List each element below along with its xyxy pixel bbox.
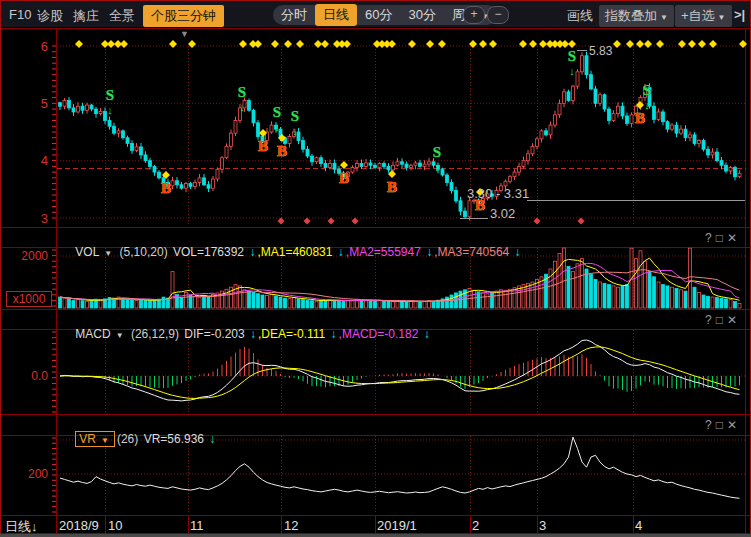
collapse-panel-icon[interactable]: >| [734,7,745,22]
x-label-6: 3 [539,518,546,533]
sell-arrow-icon: ↓ [239,101,245,113]
sell-arrow-icon: ↓ [644,99,650,111]
vol-value: VOL=176392 [173,245,247,259]
down-arrow-icon: ↓ [338,245,344,259]
vr-indicator-selector[interactable]: VR▼ [75,431,115,447]
close-icon[interactable]: ✕ [727,418,741,432]
chevron-down-icon: ▼ [660,13,668,22]
down-arrow-icon: ↓ [209,432,215,446]
vr-panel-controls: ?□✕ [705,418,741,432]
sell-marker: S [106,87,114,103]
vol-panel-header: VOL▼ (5,10,20) VOL=176392 ↓,MA1=460831 ↓… [62,231,523,273]
dea-value: ,DEA=-0.111 [258,327,329,341]
buy-marker: B [161,180,171,196]
dif-value: DIF=-0.203 [184,327,248,341]
sell-arrow-icon: ↓ [569,65,575,77]
buy-marker: B [277,143,287,159]
chevron-down-icon: ▼ [718,13,726,22]
buy-marker: B [635,110,645,126]
sell-arrow-icon: ↓ [434,161,440,173]
main-ytick-3: 3 [0,211,48,226]
main-ytick-4: 4 [0,153,48,168]
add-watchlist-button[interactable]: +自选▼ [675,5,732,27]
close-icon[interactable]: ✕ [727,231,741,245]
down-arrow-icon: ↓ [424,327,430,341]
vr-ytick-200: 200 [0,467,48,481]
vr-params: (26) [117,432,142,446]
sell-marker: S [643,82,651,98]
down-arrow-icon: ↓ [31,519,38,534]
maximize-icon[interactable]: □ [716,418,727,432]
sell-marker: S [238,84,246,100]
main-ytick-5: 5 [0,96,48,111]
vr-value: VR=56.936 [144,432,208,446]
tab-fenshi[interactable]: 分时 [273,4,315,26]
x-label-4: 2019/1 [377,518,417,533]
tab-60min[interactable]: 60分 [357,4,400,26]
qinzhuang-button[interactable]: 擒庄 [73,7,99,25]
peak-price-label: 5.83 [589,44,612,58]
buy-range-label: 3.30 - 3.31 [467,186,529,201]
sell-arrow-icon: ↓ [107,104,113,116]
stock-3min-button[interactable]: 个股三分钟 [143,5,224,27]
scroll-position-triangle-icon[interactable]: ▼ [180,29,189,39]
x-label-2: 11 [190,518,204,533]
x-label-5: 2 [472,518,479,533]
down-arrow-icon: ↓ [515,245,521,259]
vol-ytick-2000: 2000 [0,249,48,263]
buy-marker: B [387,179,397,195]
close-icon[interactable]: ✕ [727,313,741,327]
sell-marker: S [433,144,441,160]
zoom-in-button[interactable]: + [463,6,485,24]
chevron-down-icon: ▼ [101,436,109,445]
sell-marker: S [568,48,576,64]
macd-panel-controls: ?□✕ [705,313,741,327]
draw-line-button[interactable]: 画线 [567,7,593,25]
maximize-icon[interactable]: □ [716,313,727,327]
f10-button[interactable]: F10 [9,7,31,22]
top-toolbar: F10 诊股 擒庄 全景 个股三分钟 分时 日线 60分 30分 周线▼ + −… [1,1,750,27]
macd-ytick-zero: 0.0 [0,369,48,383]
sell-marker: S [273,104,281,120]
help-icon[interactable]: ? [705,231,716,245]
vol-indicator-selector[interactable]: VOL▼ [75,245,114,259]
macd-indicator-selector[interactable]: MACD▼ [75,327,125,341]
chevron-down-icon: ▼ [104,249,112,258]
x-label-3: 12 [284,518,298,533]
x-label-7: 4 [635,518,642,533]
vol-scale-label: x1000 [6,291,52,307]
macd-value: ,MACD=-0.182 [339,327,422,341]
diagnose-button[interactable]: 诊股 [37,7,63,25]
vol-panel-controls: ?□✕ [705,231,741,245]
maximize-icon[interactable]: □ [716,231,727,245]
low-price-label: 3.02 [490,206,515,221]
sell-arrow-icon: ↓ [292,125,298,137]
macd-panel-header: MACD▼ (26,12,9) DIF=-0.203 ↓,DEA=-0.111 … [62,313,432,355]
down-arrow-icon: ↓ [331,327,337,341]
vol-ma1-value: ,MA1=460831 [257,245,335,259]
sell-arrow-icon: ↓ [274,121,280,133]
buy-marker: B [339,170,349,186]
down-arrow-icon: ↓ [426,245,432,259]
down-arrow-icon: ↓ [250,327,256,341]
help-icon[interactable]: ? [705,418,716,432]
vol-params: (5,10,20) [116,245,171,259]
sell-marker: S [291,108,299,124]
panorama-button[interactable]: 全景 [109,7,135,25]
tab-30min[interactable]: 30分 [400,4,443,26]
x-label-0: 2018/9 [59,518,99,533]
chevron-down-icon: ▼ [116,331,124,340]
zoom-out-button[interactable]: − [487,6,509,24]
x-label-1: 10 [108,518,122,533]
down-arrow-icon: ↓ [249,245,255,259]
vol-ma2-value: ,MA2=555947 [346,245,424,259]
buy-marker: B [258,138,268,154]
help-icon[interactable]: ? [705,313,716,327]
macd-params: (26,12,9) [128,327,183,341]
index-overlay-button[interactable]: 指数叠加▼ [599,5,674,27]
main-ytick-6: 6 [0,39,48,54]
vr-panel-header: VR▼(26) VR=56.936 ↓ [62,418,217,460]
app-window: F10 诊股 擒庄 全景 个股三分钟 分时 日线 60分 30分 周线▼ + −… [0,0,751,537]
vol-ma3-value: ,MA3=740564 [434,245,512,259]
tab-daily[interactable]: 日线 [315,4,357,26]
